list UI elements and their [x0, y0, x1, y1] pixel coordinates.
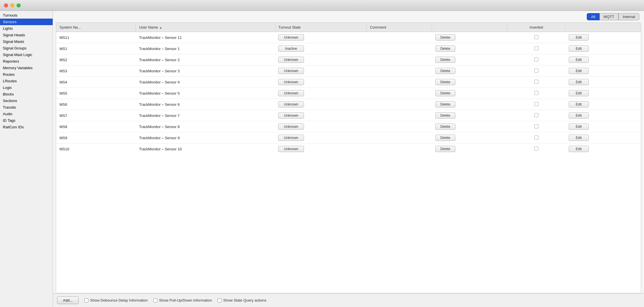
- sidebar-item-railcom-ids[interactable]: RailCom IDs: [0, 124, 53, 130]
- inverted-checkbox[interactable]: [534, 113, 538, 117]
- delete-button[interactable]: Delete: [435, 135, 455, 141]
- sidebar-item-sensors[interactable]: Sensors: [0, 19, 53, 25]
- cell-inverted[interactable]: [507, 99, 565, 110]
- edit-button[interactable]: Edit: [569, 90, 589, 96]
- sidebar-item-routes[interactable]: Routes: [0, 71, 53, 78]
- sidebar-item-signal-mast-logic[interactable]: Signal Mast Logic: [0, 51, 53, 58]
- sidebar-item-blocks[interactable]: Blocks: [0, 91, 53, 97]
- edit-button[interactable]: Edit: [569, 146, 589, 152]
- sidebar-item-turnouts[interactable]: Turnouts: [0, 12, 53, 19]
- cell-state[interactable]: Unknown: [275, 99, 366, 110]
- cell-state[interactable]: Unknown: [275, 77, 366, 88]
- sidebar-item-logix[interactable]: Logix: [0, 84, 53, 91]
- cell-delete[interactable]: Delete: [432, 32, 507, 43]
- edit-button[interactable]: Edit: [569, 135, 589, 141]
- cell-state[interactable]: Inactive: [275, 43, 366, 54]
- edit-button[interactable]: Edit: [569, 101, 589, 107]
- cell-state[interactable]: Unknown: [275, 121, 366, 132]
- minimize-button[interactable]: [10, 3, 14, 7]
- sidebar-item-signal-masts[interactable]: Signal Masts: [0, 38, 53, 45]
- checkbox-debounce[interactable]: [84, 298, 88, 302]
- cell-inverted[interactable]: [507, 43, 565, 54]
- cell-edit[interactable]: Edit: [565, 77, 641, 88]
- sidebar-item-sections[interactable]: Sections: [0, 97, 53, 104]
- delete-button[interactable]: Delete: [435, 68, 455, 74]
- cell-inverted[interactable]: [507, 54, 565, 65]
- cell-edit[interactable]: Edit: [565, 99, 641, 110]
- inverted-checkbox[interactable]: [534, 80, 538, 84]
- cell-inverted[interactable]: [507, 32, 565, 43]
- state-button[interactable]: Inactive: [278, 45, 304, 52]
- filter-btn-mqtt[interactable]: MQTT: [600, 13, 619, 20]
- sidebar-item-signal-groups[interactable]: Signal Groups: [0, 45, 53, 51]
- delete-button[interactable]: Delete: [435, 101, 455, 107]
- checkbox-label-pullupdown[interactable]: Show Pull-Up/Down Information: [153, 298, 212, 302]
- cell-inverted[interactable]: [507, 65, 565, 77]
- inverted-checkbox[interactable]: [534, 35, 538, 39]
- edit-button[interactable]: Edit: [569, 123, 589, 130]
- cell-delete[interactable]: Delete: [432, 110, 507, 121]
- add-button[interactable]: Add...: [57, 296, 79, 304]
- state-button[interactable]: Unknown: [278, 135, 304, 141]
- state-button[interactable]: Unknown: [278, 112, 304, 119]
- state-button[interactable]: Unknown: [278, 90, 304, 96]
- state-button[interactable]: Unknown: [278, 34, 304, 41]
- inverted-checkbox[interactable]: [534, 135, 538, 139]
- state-button[interactable]: Unknown: [278, 79, 304, 85]
- cell-delete[interactable]: Delete: [432, 121, 507, 132]
- sidebar-item-reporters[interactable]: Reporters: [0, 58, 53, 65]
- cell-state[interactable]: Unknown: [275, 88, 366, 99]
- cell-edit[interactable]: Edit: [565, 32, 641, 43]
- cell-edit[interactable]: Edit: [565, 110, 641, 121]
- cell-inverted[interactable]: [507, 132, 565, 143]
- sidebar-item-lights[interactable]: Lights: [0, 25, 53, 32]
- inverted-checkbox[interactable]: [534, 124, 538, 128]
- edit-button[interactable]: Edit: [569, 57, 589, 63]
- delete-button[interactable]: Delete: [435, 90, 455, 96]
- inverted-checkbox[interactable]: [534, 91, 538, 95]
- cell-edit[interactable]: Edit: [565, 88, 641, 99]
- state-button[interactable]: Unknown: [278, 146, 304, 152]
- cell-edit[interactable]: Edit: [565, 65, 641, 77]
- checkbox-label-statequery[interactable]: Show State Query actions: [218, 298, 266, 302]
- cell-inverted[interactable]: [507, 77, 565, 88]
- cell-inverted[interactable]: [507, 88, 565, 99]
- sidebar-item-transits[interactable]: Transits: [0, 104, 53, 111]
- delete-button[interactable]: Delete: [435, 45, 455, 52]
- delete-button[interactable]: Delete: [435, 34, 455, 41]
- edit-button[interactable]: Edit: [569, 34, 589, 41]
- edit-button[interactable]: Edit: [569, 79, 589, 85]
- cell-state[interactable]: Unknown: [275, 65, 366, 77]
- state-button[interactable]: Unknown: [278, 123, 304, 130]
- inverted-checkbox[interactable]: [534, 102, 538, 106]
- cell-inverted[interactable]: [507, 121, 565, 132]
- cell-delete[interactable]: Delete: [432, 43, 507, 54]
- delete-button[interactable]: Delete: [435, 57, 455, 63]
- edit-button[interactable]: Edit: [569, 112, 589, 119]
- sidebar-item-memory-variables[interactable]: Memory Variables: [0, 65, 53, 71]
- cell-inverted[interactable]: [507, 143, 565, 155]
- sidebar-item-id-tags[interactable]: ID Tags: [0, 117, 53, 124]
- sidebar-item-audio[interactable]: Audio: [0, 111, 53, 117]
- col-header-username[interactable]: User Name▲: [136, 23, 275, 32]
- cell-edit[interactable]: Edit: [565, 54, 641, 65]
- maximize-button[interactable]: [17, 3, 21, 7]
- edit-button[interactable]: Edit: [569, 45, 589, 52]
- delete-button[interactable]: Delete: [435, 146, 455, 152]
- cell-state[interactable]: Unknown: [275, 143, 366, 155]
- cell-delete[interactable]: Delete: [432, 77, 507, 88]
- close-button[interactable]: [4, 3, 8, 7]
- cell-state[interactable]: Unknown: [275, 110, 366, 121]
- state-button[interactable]: Unknown: [278, 101, 304, 107]
- sensors-table-area[interactable]: System Na...User Name▲Turnout StateComme…: [56, 23, 641, 293]
- window-controls[interactable]: [4, 3, 21, 7]
- state-button[interactable]: Unknown: [278, 57, 304, 63]
- checkbox-pullupdown[interactable]: [153, 298, 157, 302]
- cell-edit[interactable]: Edit: [565, 121, 641, 132]
- delete-button[interactable]: Delete: [435, 123, 455, 130]
- cell-delete[interactable]: Delete: [432, 88, 507, 99]
- cell-delete[interactable]: Delete: [432, 65, 507, 77]
- state-button[interactable]: Unknown: [278, 68, 304, 74]
- cell-state[interactable]: Unknown: [275, 54, 366, 65]
- sidebar-item-lroutes[interactable]: LRoutes: [0, 78, 53, 84]
